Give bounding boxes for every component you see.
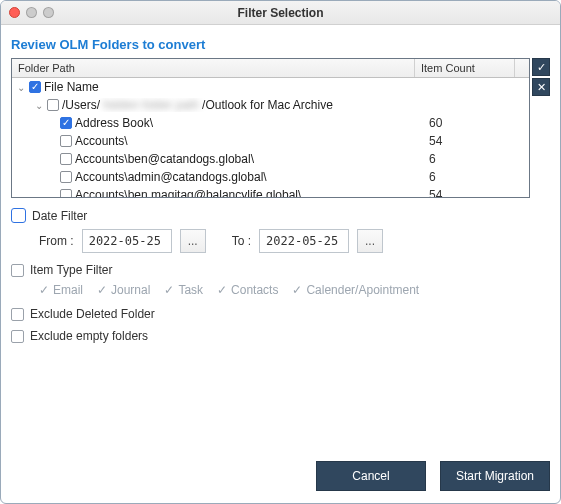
tree-row[interactable]: Accounts\admin@catandogs.global\ 6	[12, 168, 529, 186]
tree-item-label: Accounts\ben.magitag@balancylife.global\	[75, 188, 301, 198]
tree-item-count: 54	[429, 134, 529, 148]
tree-item-count: 6	[429, 152, 529, 166]
window-title: Filter Selection	[237, 6, 323, 20]
exclude-deleted-checkbox[interactable]	[11, 308, 24, 321]
from-date-input[interactable]: 2022-05-25	[82, 229, 172, 253]
tree-row[interactable]: Accounts\ben@catandogs.global\ 6	[12, 150, 529, 168]
date-filter-row[interactable]: Date Filter	[11, 208, 550, 223]
itemtype-contacts: ✓Contacts	[217, 283, 278, 297]
from-date-picker-button[interactable]: ...	[180, 229, 206, 253]
checkbox-item[interactable]	[60, 117, 72, 129]
checkbox-item[interactable]	[60, 153, 72, 165]
tree-item-label: Accounts\ben@catandogs.global\	[75, 152, 254, 166]
from-label: From :	[39, 234, 74, 248]
date-filter-checkbox[interactable]	[11, 208, 26, 223]
date-filter-label: Date Filter	[32, 209, 87, 223]
exclude-empty-label: Exclude empty folders	[30, 329, 148, 343]
select-all-button[interactable]: ✓	[532, 58, 550, 76]
checkbox-item[interactable]	[60, 171, 72, 183]
item-type-label: Item Type Filter	[30, 263, 112, 277]
checkbox-path[interactable]	[47, 99, 59, 111]
close-icon[interactable]	[9, 7, 20, 18]
tree-root-label[interactable]: File Name	[44, 80, 99, 94]
deselect-all-button[interactable]: ✕	[532, 78, 550, 96]
exclude-empty-row[interactable]: Exclude empty folders	[11, 329, 550, 343]
tree-row[interactable]: Address Book\ 60	[12, 114, 529, 132]
tree-path-prefix: /Users/	[62, 98, 100, 112]
checkbox-root[interactable]	[29, 81, 41, 93]
checkbox-item[interactable]	[60, 135, 72, 147]
to-date-input[interactable]: 2022-05-25	[259, 229, 349, 253]
to-date-picker-button[interactable]: ...	[357, 229, 383, 253]
itemtype-task: ✓Task	[164, 283, 203, 297]
itemtype-journal: ✓Journal	[97, 283, 150, 297]
chevron-down-icon[interactable]: ⌄	[34, 100, 44, 111]
tree-item-label: Address Book\	[75, 116, 153, 130]
section-title: Review OLM Folders to convert	[11, 33, 550, 58]
folder-tree[interactable]: Folder Path Item Count ⌄ File Name	[11, 58, 530, 198]
tree-item-label: Accounts\	[75, 134, 128, 148]
start-migration-button[interactable]: Start Migration	[440, 461, 550, 491]
tree-item-count: 54	[429, 188, 529, 198]
tree-row[interactable]: Accounts\ben.magitag@balancylife.global\…	[12, 186, 529, 198]
tree-item-count: 60	[429, 116, 529, 130]
tree-path-suffix: /Outlook for Mac Archive	[202, 98, 333, 112]
exclude-deleted-label: Exclude Deleted Folder	[30, 307, 155, 321]
chevron-down-icon[interactable]: ⌄	[16, 82, 26, 93]
col-item-count[interactable]: Item Count	[415, 59, 515, 77]
itemtype-email: ✓Email	[39, 283, 83, 297]
to-label: To :	[232, 234, 251, 248]
cancel-button[interactable]: Cancel	[316, 461, 426, 491]
minimize-icon[interactable]	[26, 7, 37, 18]
tree-item-count: 6	[429, 170, 529, 184]
tree-row[interactable]: Accounts\ 54	[12, 132, 529, 150]
exclude-deleted-row[interactable]: Exclude Deleted Folder	[11, 307, 550, 321]
col-folder-path[interactable]: Folder Path	[12, 59, 415, 77]
zoom-icon[interactable]	[43, 7, 54, 18]
item-type-checkbox[interactable]	[11, 264, 24, 277]
checkbox-item[interactable]	[60, 189, 72, 198]
tree-path-hidden: hidden folder path	[103, 98, 199, 112]
titlebar: Filter Selection	[1, 1, 560, 25]
tree-item-label: Accounts\admin@catandogs.global\	[75, 170, 267, 184]
itemtype-calendar: ✓Calender/Apointment	[292, 283, 419, 297]
item-type-filter-row[interactable]: Item Type Filter	[11, 263, 550, 277]
exclude-empty-checkbox[interactable]	[11, 330, 24, 343]
